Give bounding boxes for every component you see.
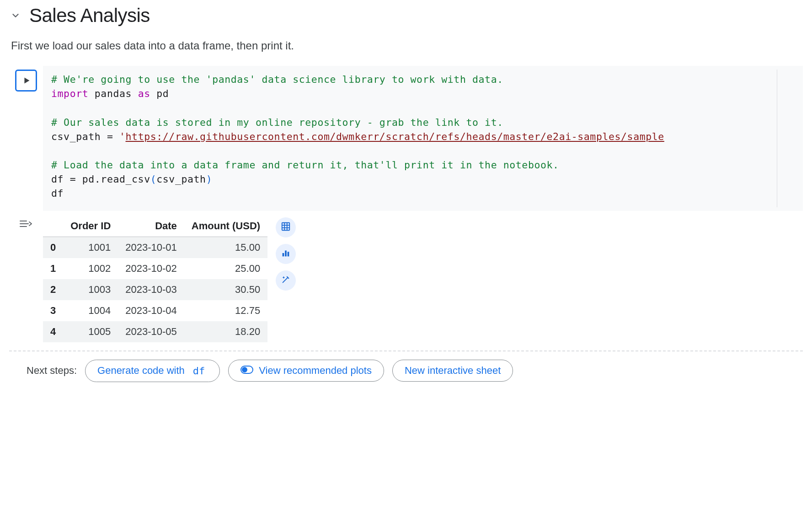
cell-order-id: 1005	[63, 321, 118, 342]
row-index: 0	[43, 237, 63, 258]
code-comment: # We're going to use the 'pandas' data s…	[51, 74, 503, 85]
table-row: 4 1005 2023-10-05 18.20	[43, 321, 267, 342]
code-paren: (	[150, 173, 157, 185]
cell-order-id: 1002	[63, 258, 118, 279]
cell-date: 2023-10-05	[118, 321, 184, 342]
row-index: 3	[43, 300, 63, 321]
table-col-header: Date	[118, 216, 184, 237]
cell-order-id: 1001	[63, 237, 118, 258]
magic-wand-icon	[281, 275, 291, 286]
code-keyword: as	[138, 88, 150, 99]
cell-output: Order ID Date Amount (USD) 0 1001 2023-1…	[9, 212, 803, 342]
table-col-header: Amount (USD)	[184, 216, 267, 237]
cell-amount: 25.00	[184, 258, 267, 279]
markdown-intro: First we load our sales data into a data…	[11, 39, 803, 52]
table-header-row: Order ID Date Amount (USD)	[43, 216, 267, 237]
output-indicator-icon[interactable]	[19, 218, 33, 342]
pill-text: New interactive sheet	[405, 365, 501, 377]
magic-edit-button[interactable]	[276, 270, 296, 291]
svg-point-9	[242, 367, 247, 372]
view-recommended-plots-button[interactable]: View recommended plots	[228, 360, 384, 382]
table-row: 3 1004 2023-10-04 12.75	[43, 300, 267, 321]
code-cell: # We're going to use the 'pandas' data s…	[9, 66, 803, 211]
code-token: pd	[150, 88, 169, 99]
collapse-section-icon[interactable]	[9, 9, 22, 22]
next-steps-label: Next steps:	[27, 365, 77, 377]
table-row: 0 1001 2023-10-01 15.00	[43, 237, 267, 258]
svg-rect-0	[282, 222, 290, 230]
table-icon	[281, 221, 291, 233]
cell-date: 2023-10-04	[118, 300, 184, 321]
code-comment: # Load the data into a data frame and re…	[51, 159, 559, 171]
cell-date: 2023-10-01	[118, 237, 184, 258]
cell-amount: 12.75	[184, 300, 267, 321]
row-index: 1	[43, 258, 63, 279]
svg-rect-7	[288, 252, 289, 256]
output-gutter	[9, 212, 43, 342]
open-as-table-button[interactable]	[276, 217, 296, 237]
table-row: 1 1002 2023-10-02 25.00	[43, 258, 267, 279]
pill-text: Generate code with	[97, 365, 185, 377]
suggest-chart-button[interactable]	[276, 244, 296, 264]
row-index: 2	[43, 279, 63, 300]
generate-code-button[interactable]: Generate code with df	[85, 360, 220, 382]
next-steps-bar: Next steps: Generate code with df View r…	[9, 351, 803, 382]
output-side-actions	[276, 216, 296, 291]
pill-code-var: df	[190, 365, 208, 377]
run-cell-button[interactable]	[15, 70, 37, 92]
code-token: df	[51, 188, 64, 199]
pill-text: View recommended plots	[259, 365, 372, 377]
code-token: csv_path	[156, 173, 206, 185]
code-token: csv_path =	[51, 131, 119, 142]
toggle-icon	[240, 365, 253, 377]
bar-chart-icon	[281, 248, 291, 260]
cell-gutter	[9, 66, 43, 211]
svg-rect-6	[285, 250, 287, 256]
cell-order-id: 1003	[63, 279, 118, 300]
new-interactive-sheet-button[interactable]: New interactive sheet	[392, 360, 513, 382]
code-keyword: import	[51, 88, 88, 99]
cell-date: 2023-10-03	[118, 279, 184, 300]
cell-amount: 30.50	[184, 279, 267, 300]
code-url-link[interactable]: https://raw.githubusercontent.com/dwmker…	[126, 131, 664, 142]
code-string: 'https://raw.githubusercontent.com/dwmke…	[119, 131, 664, 142]
table-col-header: Order ID	[63, 216, 118, 237]
table-row: 2 1003 2023-10-03 30.50	[43, 279, 267, 300]
dataframe-table: Order ID Date Amount (USD) 0 1001 2023-1…	[43, 216, 267, 342]
svg-rect-5	[283, 253, 284, 256]
cell-amount: 18.20	[184, 321, 267, 342]
code-comment: # Our sales data is stored in my online …	[51, 117, 503, 128]
cell-amount: 15.00	[184, 237, 267, 258]
code-token: df = pd.read_csv	[51, 173, 150, 185]
code-editor[interactable]: # We're going to use the 'pandas' data s…	[43, 66, 803, 211]
row-index: 4	[43, 321, 63, 342]
cell-order-id: 1004	[63, 300, 118, 321]
code-paren: )	[206, 173, 213, 185]
code-token: pandas	[88, 88, 138, 99]
table-index-header	[43, 216, 63, 237]
section-title: Sales Analysis	[29, 5, 150, 27]
cell-date: 2023-10-02	[118, 258, 184, 279]
section-header: Sales Analysis	[9, 5, 803, 27]
